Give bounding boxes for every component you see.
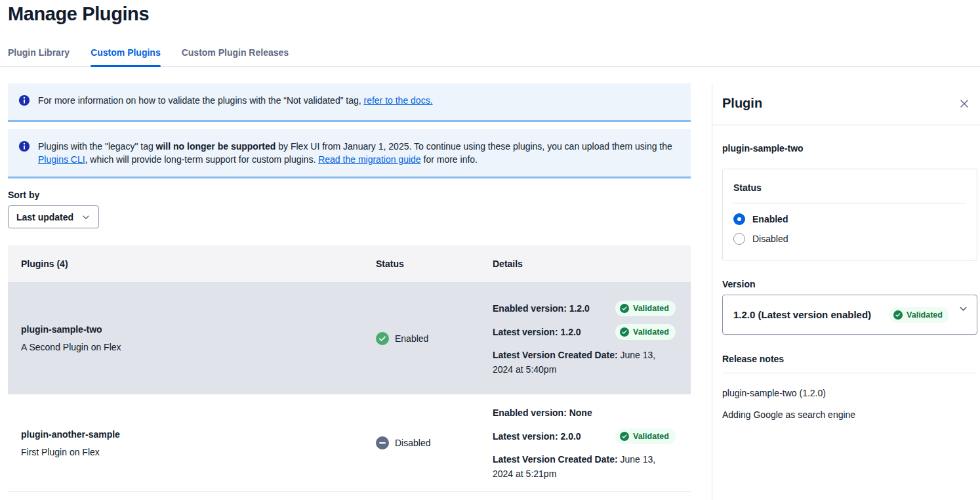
status-heading: Status [733, 182, 966, 193]
release-notes-line: plugin-sample-two (1.2.0) [722, 388, 977, 398]
info-icon [18, 140, 30, 156]
radio-enabled-label: Enabled [752, 214, 788, 224]
banner2-part4: for more info. [421, 154, 478, 165]
created-date-label: Latest Version Created Date: [493, 454, 618, 465]
validated-badge: Validated [615, 301, 676, 316]
radio-unselected-icon[interactable] [733, 233, 745, 245]
badge-check-icon [620, 304, 629, 313]
banner2-part3: , which will provide long-term support f… [85, 154, 319, 165]
status-text: Enabled [395, 333, 428, 344]
sort-dropdown-value: Last updated [16, 212, 73, 222]
info-icon [18, 94, 30, 110]
banner2-part1: Plugins with the "legacy" tag [38, 141, 156, 152]
status-cell: Disabled [368, 436, 485, 449]
status-card-divider [733, 203, 966, 203]
banner-text: For more information on how to validate … [38, 94, 433, 107]
tab-plugin-library[interactable]: Plugin Library [8, 45, 70, 66]
table-header-row: Plugins (4) Status Details [8, 245, 691, 282]
radio-enabled[interactable]: Enabled [733, 213, 966, 225]
details-cell: Enabled version: None Latest version: 2.… [485, 405, 691, 481]
radio-selected-icon[interactable] [733, 213, 745, 225]
refer-to-docs-link[interactable]: refer to the docs. [363, 95, 432, 106]
chevron-down-icon [958, 304, 968, 314]
created-date-line: Latest Version Created Date: June 13, 20… [493, 348, 676, 377]
details-cell: Enabled version: 1.2.0 Validated Latest … [485, 301, 691, 377]
table-row[interactable]: plugin-sample-two A Second Plugin on Fle… [8, 282, 691, 394]
version-label: Version [722, 279, 977, 289]
plugin-description: A Second Plugin on Flex [21, 342, 368, 352]
version-select[interactable]: 1.2.0 (Latest version enabled) Validated [722, 295, 977, 335]
release-notes-line: Adding Google as search engine [722, 409, 977, 420]
banner2-part2: by Flex UI from January 1, 2025. To cont… [276, 141, 674, 152]
validated-badge: Validated [615, 324, 676, 340]
disabled-minus-icon [376, 436, 389, 449]
badge-check-icon [893, 310, 903, 320]
radio-disabled-label: Disabled [752, 234, 788, 244]
plugin-name: plugin-sample-two [21, 324, 368, 335]
enabled-version-text: Enabled version: None [493, 407, 592, 418]
plugins-table: Plugins (4) Status Details plugin-sample… [8, 245, 691, 492]
banner-text: Plugins with the "legacy" tag will no lo… [38, 140, 680, 166]
column-header-plugins: Plugins (4) [8, 259, 368, 269]
main-content: For more information on how to validate … [8, 83, 691, 492]
validated-badge: Validated [615, 428, 676, 444]
banner1-text: For more information on how to validate … [38, 95, 363, 106]
status-cell: Enabled [368, 332, 485, 345]
sort-by-label: Sort by [8, 190, 691, 200]
release-notes-divider [722, 373, 977, 373]
info-banner-legacy: Plugins with the "legacy" tag will no lo… [8, 129, 691, 178]
badge-check-icon [620, 327, 629, 337]
status-text: Disabled [395, 438, 430, 448]
banner2-bold: will no longer be supported [156, 141, 276, 152]
badge-check-icon [620, 432, 629, 441]
created-date-line: Latest Version Created Date: June 13, 20… [493, 452, 676, 481]
column-header-status: Status [368, 259, 485, 269]
version-value: 1.2.0 (Latest version enabled) [733, 309, 871, 320]
chevron-down-icon [81, 213, 91, 222]
enabled-check-icon [376, 332, 389, 345]
created-date-label: Latest Version Created Date: [493, 350, 618, 360]
latest-version-text: Latest version: 1.2.0 [493, 327, 581, 337]
close-panel-button[interactable] [956, 96, 972, 112]
panel-title: Plugin [722, 96, 762, 111]
validated-badge: Validated [889, 307, 949, 323]
info-banner-validate: For more information on how to validate … [8, 83, 691, 122]
tab-custom-plugins[interactable]: Custom Plugins [91, 45, 161, 66]
tab-bar: Plugin Library Custom Plugins Custom Plu… [0, 45, 980, 67]
release-notes-heading: Release notes [722, 354, 977, 364]
plugin-side-panel: Plugin plugin-sample-two Status Enabled … [712, 83, 980, 420]
plugin-cell: plugin-another-sample First Plugin on Fl… [8, 429, 368, 457]
status-card: Status Enabled Disabled [722, 169, 977, 261]
table-row[interactable]: plugin-another-sample First Plugin on Fl… [8, 394, 691, 492]
page-title: Manage Plugins [8, 3, 149, 25]
latest-version-text: Latest version: 2.0.0 [493, 431, 581, 442]
panel-header-divider [712, 125, 980, 125]
sort-dropdown[interactable]: Last updated [8, 205, 99, 228]
migration-guide-link[interactable]: Read the migration guide [318, 154, 420, 165]
close-icon [959, 98, 970, 109]
enabled-version-text: Enabled version: 1.2.0 [493, 303, 590, 314]
plugin-description: First Plugin on Flex [21, 447, 368, 457]
plugin-name: plugin-another-sample [21, 429, 368, 440]
panel-plugin-name: plugin-sample-two [722, 143, 977, 154]
radio-disabled[interactable]: Disabled [733, 233, 966, 245]
plugins-cli-link[interactable]: Plugins CLI [38, 154, 85, 165]
plugin-cell: plugin-sample-two A Second Plugin on Fle… [8, 324, 368, 352]
column-header-details: Details [485, 259, 691, 269]
tab-custom-plugin-releases[interactable]: Custom Plugin Releases [182, 45, 289, 66]
